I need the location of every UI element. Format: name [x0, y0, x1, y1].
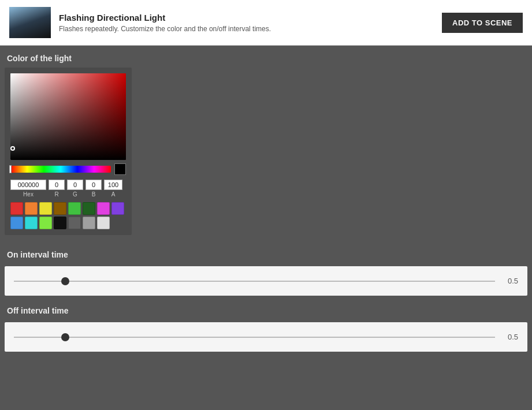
thumbnail	[9, 7, 51, 38]
on-interval-slider-container: 0.5	[5, 266, 527, 296]
color-swatch-5[interactable]	[83, 202, 95, 215]
color-swatch-8[interactable]	[10, 217, 23, 229]
hue-slider[interactable]	[10, 166, 111, 173]
color-swatch-14[interactable]	[97, 217, 110, 229]
hue-alpha-row	[10, 163, 126, 175]
color-swatch-4[interactable]	[68, 202, 81, 215]
color-swatch-2[interactable]	[39, 202, 52, 215]
rgba-labels-row: Hex R G B A	[10, 191, 126, 197]
color-swatch-6[interactable]	[97, 202, 110, 215]
b-label: B	[85, 191, 102, 197]
a-label: A	[104, 191, 122, 197]
off-interval-section: Off interval time 0.5	[0, 298, 532, 352]
color-swatch-13[interactable]	[83, 217, 95, 229]
off-interval-label: Off interval time	[0, 298, 532, 320]
on-interval-label: On interval time	[0, 242, 532, 264]
off-interval-slider-container: 0.5	[5, 322, 527, 352]
color-gradient-picker[interactable]	[10, 73, 126, 160]
color-swatch-7[interactable]	[111, 202, 124, 215]
on-interval-section: On interval time 0.5	[0, 242, 532, 296]
header-card: Flashing Directional Light Flashes repea…	[0, 0, 532, 46]
color-picker: Hex R G B A	[5, 68, 132, 235]
component-title: Flashing Directional Light	[59, 13, 271, 23]
g-label: G	[67, 191, 83, 197]
color-swatch-1[interactable]	[25, 202, 38, 215]
off-interval-slider[interactable]	[14, 337, 495, 338]
color-preview-swatch	[114, 163, 126, 175]
header-left: Flashing Directional Light Flashes repea…	[9, 7, 271, 38]
r-input[interactable]	[49, 180, 65, 190]
color-swatch-9[interactable]	[25, 217, 38, 229]
color-swatch-11[interactable]	[54, 217, 66, 229]
on-interval-value: 0.5	[502, 277, 518, 285]
color-swatches	[10, 202, 126, 229]
header-text: Flashing Directional Light Flashes repea…	[59, 13, 271, 33]
g-input[interactable]	[67, 180, 83, 190]
hex-label: Hex	[10, 191, 46, 197]
color-swatch-3[interactable]	[54, 202, 66, 215]
off-interval-value: 0.5	[502, 333, 518, 341]
color-swatch-10[interactable]	[39, 217, 52, 229]
color-swatch-12[interactable]	[68, 217, 81, 229]
hue-slider-wrap[interactable]	[10, 166, 111, 173]
hex-input[interactable]	[10, 180, 46, 190]
add-to-scene-button[interactable]: ADD TO SCENE	[442, 13, 523, 33]
color-swatch-0[interactable]	[10, 202, 23, 215]
alpha-input[interactable]	[104, 180, 122, 190]
hue-thumb	[9, 165, 12, 173]
color-section-label: Color of the light	[0, 46, 532, 68]
component-description: Flashes repeatedly. Customize the color …	[59, 25, 271, 33]
b-input[interactable]	[85, 180, 102, 190]
r-label: R	[49, 191, 65, 197]
on-interval-slider[interactable]	[14, 281, 495, 282]
rgba-inputs-row	[10, 180, 126, 190]
